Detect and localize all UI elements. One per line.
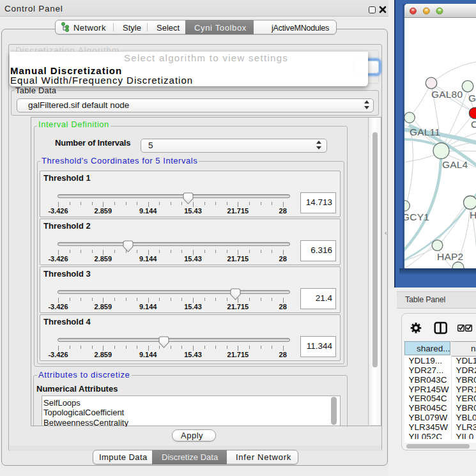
- svg-text:C: C: [471, 119, 476, 130]
- svg-text:GAL11: GAL11: [410, 127, 440, 137]
- svg-text:GA: GA: [468, 93, 476, 104]
- svg-text:GAL80: GAL80: [431, 89, 463, 100]
- svg-text:GAL4: GAL4: [442, 159, 468, 170]
- svg-text:GCY1: GCY1: [404, 211, 429, 222]
- svg-text:HAP2: HAP2: [437, 251, 463, 262]
- svg-text:H: H: [470, 210, 476, 220]
